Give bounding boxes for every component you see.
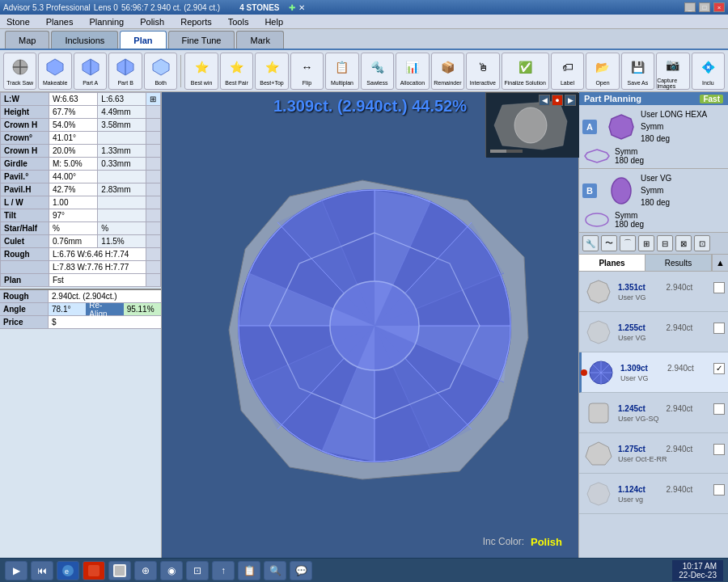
realign-button[interactable]: Re-Align [86,303,123,315]
stone-checkbox[interactable] [713,444,725,455]
rt-btn-5[interactable]: ⊟ [657,235,673,251]
maximize-button[interactable]: □ [699,2,710,12]
remainder-button[interactable]: 📦 Remainder [431,53,464,90]
stone-list-item[interactable]: 1.124ct 2.940ct User vg [579,474,728,514]
culet-pct: 11.5% [98,235,146,248]
expand-button[interactable]: ⊞ [146,93,161,106]
plan-label: Plan [1,274,49,287]
best-pair-icon: ⭐ [226,56,248,78]
star-half-val2: % [98,222,146,235]
tab-fine-tune[interactable]: Fine Tune [168,31,235,48]
taskbar-btn-7[interactable]: ◉ [160,561,183,580]
menu-bar: Stone Planes Planning Polish Reports Too… [0,15,728,29]
taskbar-btn-5[interactable] [108,561,131,580]
save-as-icon: 💾 [626,56,649,78]
taskbar-btn-9[interactable]: ↑ [212,561,235,580]
menu-help[interactable]: Help [261,16,286,27]
tab-results[interactable]: Results [645,255,712,271]
pavil-h-pct: 42.7% [49,183,98,196]
stone-checkbox[interactable] [713,484,725,496]
taskbar-btn-12[interactable]: 💬 [290,561,312,580]
capture-images-button[interactable]: 📷 Capture Images [656,53,689,90]
menu-polish[interactable]: Polish [137,16,167,27]
add-icon[interactable]: ✚ [289,3,295,12]
best-pair-label: Best Pair [225,80,248,86]
open-button[interactable]: 📂 Open [586,53,619,90]
table-row: Plan Fst [1,274,161,287]
menu-planning[interactable]: Planning [86,16,127,27]
interactive-button[interactable]: 🖱 Interactive [466,53,499,90]
stone-list-item[interactable]: 1.309ct 2.940ct ✓ User VG [579,352,728,393]
close-icon[interactable]: ✕ [298,3,305,12]
tab-map[interactable]: Map [5,31,49,48]
taskbar-btn-3[interactable]: e [57,561,79,580]
best-pair-button[interactable]: ⭐ Best Pair [220,53,253,90]
plan-val: Fst [49,274,146,287]
stone-checkbox[interactable] [713,403,725,415]
inclu-button[interactable]: 💠 Inclu [692,53,725,90]
part-a-section: A User LONG HEXA Symm 180 deg [579,105,728,169]
part-b-symm: Symm [641,184,671,196]
center-canvas: 1.309ct. (2.940ct.) 44.52% ◀ ● ▶ [162,92,578,558]
menu-reports[interactable]: Reports [177,16,215,27]
collapse-button[interactable]: ▲ [712,255,728,271]
flip-button[interactable]: ↔ Flip [290,53,324,90]
stone-rough: 2.940ct [667,323,693,332]
sawless-button[interactable]: 🔩 Sawless [361,53,394,90]
rt-btn-7[interactable]: ⊡ [694,235,710,251]
part-a-info: A User LONG HEXA Symm 180 deg [582,108,725,145]
rough-dims2-label [1,261,49,274]
label-button[interactable]: 🏷 Label [551,53,584,90]
stone-thumbnail [582,397,615,429]
taskbar-btn-6[interactable]: ⊕ [134,561,157,580]
part-b-deg2: 180 deg [615,220,644,229]
tab-inclusions[interactable]: Inclusions [51,31,118,48]
stone-list-item[interactable]: 1.351ct 2.940ct User VG [579,272,728,312]
diamond-title: 1.309ct. (2.940ct.) 44.52% [273,92,467,117]
best-win-button[interactable]: ⭐ Best win [184,53,218,90]
multiplan-button[interactable]: 📋 Multiplan [325,53,358,90]
stone-list-item[interactable]: 1.245ct 2.940ct User VG-SQ [579,393,728,433]
stone-checkbox[interactable] [713,282,725,293]
save-as-button[interactable]: 💾 Save As [621,53,654,90]
angle-value: 78.1° [49,303,86,315]
rt-btn-6[interactable]: ⊠ [675,235,692,251]
best-top-button[interactable]: ⭐ Best+Top [255,53,288,90]
part-b-button[interactable]: Part B [108,53,142,90]
stone-checkbox[interactable] [713,323,725,334]
stone-checkbox[interactable]: ✓ [713,363,725,374]
taskbar-btn-2[interactable]: ⏮ [31,561,53,580]
allocation-button[interactable]: 📊 Allocation [396,53,429,90]
menu-planes[interactable]: Planes [43,16,77,27]
preview-btn-2[interactable]: ● [552,95,563,106]
part-a-button[interactable]: Part A [74,53,107,90]
taskbar-btn-1[interactable]: ▶ [5,561,28,580]
stone-quality: User VG [618,334,725,342]
stone-list-item[interactable]: 1.275ct 2.940ct User Oct-E-RR [579,433,728,474]
preview-btn-1[interactable]: ◀ [539,95,550,106]
rt-btn-3[interactable]: ⌒ [620,235,636,251]
makeable-button[interactable]: Makeable [38,53,71,90]
rt-btn-4[interactable]: ⊞ [638,235,654,251]
minimize-button[interactable]: _ [684,2,696,12]
stone-ct: 1.275ct [618,445,645,453]
both-button[interactable]: Both [144,53,177,90]
capture-images-label: Capture Images [657,78,688,89]
rt-btn-2[interactable]: 〜 [601,235,617,251]
stone-list-item[interactable]: 1.255ct 2.940ct User VG [579,312,728,352]
tab-plan[interactable]: Plan [120,31,166,48]
taskbar-btn-8[interactable]: ⊡ [186,561,209,580]
finalize-button[interactable]: ✅ Finalize Solution [502,53,549,90]
tab-planes[interactable]: Planes [579,255,645,271]
taskbar-btn-4[interactable] [83,561,105,580]
menu-tools[interactable]: Tools [225,16,252,27]
rt-btn-1[interactable]: 🔧 [582,235,599,251]
preview-btn-3[interactable]: ▶ [565,95,576,106]
track-saw-button[interactable]: Track Saw [3,53,36,90]
part-a-symm2: Symm [615,147,644,156]
tab-mark[interactable]: Mark [236,31,283,48]
menu-stone[interactable]: Stone [3,16,33,27]
close-button[interactable]: × [713,2,725,12]
taskbar-btn-10[interactable]: 📋 [238,561,260,580]
taskbar-btn-11[interactable]: 🔍 [264,561,286,580]
